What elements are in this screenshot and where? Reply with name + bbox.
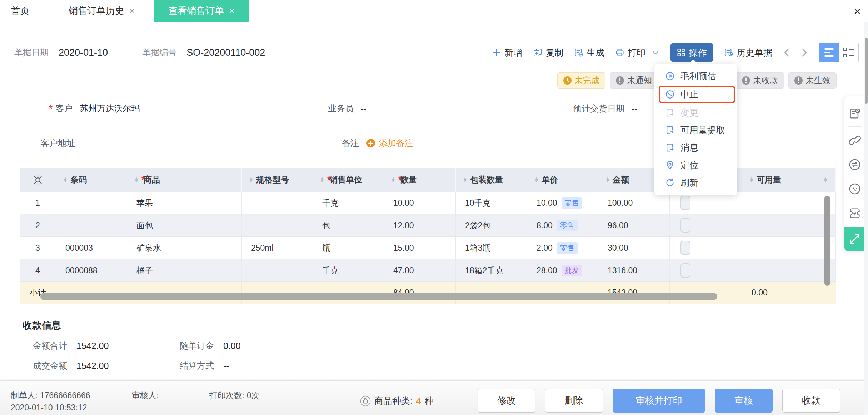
action-dropdown-menu: 毛 毛利预估 中止 变更 可用量提取 消息 定位 刷新	[654, 64, 737, 195]
cell-available	[742, 214, 816, 236]
sort-icon[interactable]: ▲▼	[391, 177, 395, 182]
menu-item-locate[interactable]: 定位	[654, 156, 737, 174]
cell-barcode: 000003	[56, 237, 127, 259]
exchange-button[interactable]	[844, 152, 865, 177]
row-number: 3	[20, 237, 56, 259]
history-docs-button[interactable]: 历史单据	[724, 47, 772, 59]
copy-button[interactable]: 复制	[533, 47, 563, 59]
sort-icon[interactable]: ▲▼	[320, 177, 324, 182]
row-checkbox[interactable]	[680, 241, 690, 255]
sort-icon[interactable]: ▲▼	[823, 177, 828, 182]
cell-checkbox	[670, 214, 742, 236]
column-header-spec[interactable]: ▲▼规格型号	[242, 168, 313, 192]
exclamation-icon	[794, 76, 803, 85]
cell-spec	[242, 192, 313, 214]
cell-barcode: 0000088	[56, 259, 127, 281]
sort-icon[interactable]: ▲▼	[134, 177, 139, 182]
tab-view-sales-order[interactable]: 查看销售订单 ×	[154, 0, 249, 22]
menu-item-change[interactable]: 变更	[654, 104, 737, 121]
settlement-method-field: 结算方式 --	[180, 360, 229, 371]
exclamation-icon	[616, 76, 624, 85]
column-header-pack-qty[interactable]: ▲▼包装数量	[456, 168, 527, 192]
card-view-button[interactable]	[839, 43, 858, 62]
menu-item-message[interactable]: 消息	[654, 139, 737, 156]
column-header-price[interactable]: ▲▼单价	[527, 168, 598, 192]
sort-icon[interactable]: ▲▼	[749, 177, 754, 182]
delivery-date-field: 预计交货日期 --	[573, 103, 637, 114]
link-button[interactable]	[844, 128, 865, 152]
cell-amount: 96.00	[598, 214, 670, 236]
tab-view-label: 查看销售订单	[168, 5, 224, 17]
column-header-unit[interactable]: ▲▼*销售单位	[313, 168, 384, 192]
sort-icon[interactable]: ▲▼	[534, 177, 539, 182]
close-tab-icon[interactable]: ×	[129, 5, 135, 16]
row-checkbox[interactable]	[680, 196, 690, 210]
column-header-qty[interactable]: ▲▼*数量	[384, 168, 456, 192]
page-scrollbar-thumb[interactable]	[865, 38, 868, 104]
money-ticket-button[interactable]: ¥	[844, 201, 865, 225]
table-row[interactable]: 3 000003 矿泉水 250ml 瓶 15.00 1箱3瓶 2.00零售 3…	[20, 237, 836, 259]
delete-button[interactable]: 删除	[545, 389, 603, 412]
tab-sales-order-history[interactable]: 销售订单历史 ×	[56, 0, 147, 22]
amount-total-field: 金额合计 1542.00	[33, 340, 109, 351]
sort-icon[interactable]: ▲▼	[605, 177, 610, 182]
sort-icon[interactable]: ▲▼	[249, 177, 253, 182]
table-row[interactable]: 4 0000088 橘子 千克 47.00 18箱2千克 28.00批发 131…	[20, 259, 836, 282]
window-close-icon[interactable]: ×	[854, 5, 861, 17]
arrears-button[interactable]: 欠	[844, 177, 865, 201]
list-view-button[interactable]	[819, 43, 839, 62]
deal-amount-field: 成交金额 1542.00	[33, 360, 109, 371]
chevron-down-icon[interactable]	[651, 48, 660, 57]
expand-button[interactable]	[844, 227, 865, 251]
add-button[interactable]: 新增	[492, 47, 522, 59]
audit-and-print-button[interactable]: 审核并打印	[613, 389, 705, 412]
sort-icon[interactable]: ▲▼	[463, 177, 467, 182]
table-row[interactable]: 2 面包 包 12.00 2袋2包 8.00零售 96.00	[20, 214, 836, 237]
horizontal-scrollbar[interactable]	[40, 293, 717, 300]
column-header-product[interactable]: ▲▼*商品	[127, 168, 242, 192]
price-type-tag: 零售	[557, 242, 578, 254]
menu-item-available-extract[interactable]: 可用量提取	[654, 121, 737, 139]
column-header-available[interactable]: ▲▼可用量	[742, 168, 816, 192]
action-button[interactable]: 操作	[670, 43, 713, 62]
receive-payment-button[interactable]: 收款	[782, 389, 840, 412]
column-header-barcode[interactable]: ▲▼条码	[56, 168, 127, 192]
print-button[interactable]: 打印	[615, 47, 645, 59]
locate-icon	[665, 160, 675, 170]
menu-item-profit-estimate[interactable]: 毛 毛利预估	[654, 68, 737, 85]
cell-price: 10.00零售	[527, 192, 598, 214]
next-doc-icon[interactable]	[801, 47, 808, 58]
cell-available	[742, 259, 816, 281]
audit-button[interactable]: 审核	[715, 389, 773, 412]
row-checkbox[interactable]	[680, 218, 690, 232]
exclamation-icon	[742, 76, 750, 85]
customer-value: 苏州万达沃尔玛	[80, 103, 140, 114]
prev-doc-icon[interactable]	[783, 47, 790, 58]
table-vertical-scrollbar[interactable]	[824, 196, 830, 286]
order-doc-button[interactable]	[844, 101, 865, 126]
document-meta: 单据日期 2020-01-10 单据编号 SO-20200110-002	[14, 47, 265, 58]
row-checkbox[interactable]	[680, 263, 690, 278]
remark-field: 备注 添加备注	[342, 138, 413, 149]
close-tab-icon[interactable]: ×	[229, 5, 234, 16]
generate-button[interactable]: 生成	[574, 47, 604, 59]
cell-barcode	[56, 214, 127, 236]
sort-icon[interactable]: ▲▼	[63, 177, 68, 182]
tab-home[interactable]: 首页	[0, 0, 41, 22]
cell-product: 苹果	[127, 192, 242, 214]
menu-item-refresh[interactable]: 刷新	[654, 174, 737, 191]
cell-amount: 30.00	[598, 237, 670, 259]
right-sidebar: 欠 ¥	[844, 96, 865, 251]
table-settings-button[interactable]	[20, 168, 56, 192]
delivery-date-label: 预计交货日期	[573, 103, 624, 114]
menu-item-abort[interactable]: 中止	[659, 86, 735, 103]
svg-text:欠: 欠	[852, 186, 858, 192]
modify-button[interactable]: 修改	[478, 389, 535, 412]
subtotal-available: 0.00	[742, 282, 816, 304]
remark-label: 备注	[342, 138, 359, 149]
add-remark-button[interactable]: 添加备注	[366, 138, 413, 149]
cell-price: 2.00零售	[527, 237, 598, 259]
cell-qty: 47.00	[384, 259, 456, 281]
creator-info: 制单人: 17666666666	[11, 390, 90, 401]
column-header-partial[interactable]: ▲▼	[816, 168, 836, 192]
